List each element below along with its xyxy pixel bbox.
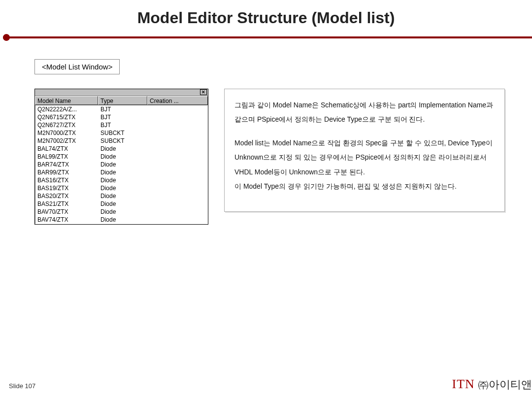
table-row[interactable]: BAS20/ZTXDiode [35,192,207,200]
brand-rest: ㈜아이티앤 [475,378,532,391]
cell-creation [148,208,207,216]
cell-type: Diode [99,145,148,153]
window-label: <Model List Window> [34,59,120,74]
table-row[interactable]: BAS21/ZTXDiode [35,200,207,208]
cell-creation [148,168,207,176]
cell-creation [148,184,207,192]
cell-type: Diode [99,184,148,192]
table-row[interactable]: BAR99/ZTXDiode [35,168,207,176]
description-box: 그림과 같이 Model Name은 Schematic상에 사용하는 part… [224,89,505,212]
cell-type: Diode [99,208,148,216]
cell-type: Diode [99,176,148,184]
cell-creation [148,121,207,129]
window-titlebar: ✕ [35,89,208,96]
column-header-type[interactable]: Type [98,96,147,105]
cell-model-name: Q2N6727/ZTX [35,121,99,129]
page-title: Model Editor Structure (Model list) [0,0,532,27]
cell-creation [148,113,207,121]
cell-type: Diode [99,161,148,168]
cell-model-name: Q2N6715/ZTX [35,113,99,121]
table-row[interactable]: Q2N6727/ZTXBJT [35,121,207,129]
table-row[interactable]: BAS16/ZTXDiode [35,176,207,184]
table-row[interactable]: M2N7002/ZTXSUBCKT [35,137,207,145]
cell-model-name: BAR99/ZTX [35,168,99,176]
close-icon[interactable]: ✕ [200,89,207,95]
cell-type: Diode [99,192,148,200]
cell-type: BJT [99,105,148,113]
footer: Slide 107 ITN ㈜아이티앤 [9,377,532,392]
cell-creation [148,137,207,145]
cell-creation [148,216,207,224]
table-row[interactable]: BAL74/ZTXDiode [35,145,207,153]
brand-itn: ITN [452,377,475,391]
brand: ITN ㈜아이티앤 [452,377,532,392]
table-header-row: Model Name Type Creation ... [35,96,208,105]
cell-creation [148,200,207,208]
table-row[interactable]: BAV70/ZTXDiode [35,208,207,216]
title-divider [0,36,532,39]
cell-model-name: BAS21/ZTX [35,200,99,208]
cell-type: Diode [99,200,148,208]
cell-model-name: BAS19/ZTX [35,184,99,192]
cell-creation [148,153,207,161]
cell-creation [148,145,207,153]
description-paragraph-2: Model list는 Model Name으로 작업 환경의 Spec을 구분… [234,136,495,194]
table-row[interactable]: BAL99/ZTXDiode [35,153,207,161]
table-row[interactable]: Q2N2222A/Z...BJT [35,105,207,113]
cell-type: Diode [99,216,148,224]
description-paragraph-1: 그림과 같이 Model Name은 Schematic상에 사용하는 part… [234,98,495,127]
cell-model-name: BAV70/ZTX [35,208,99,216]
model-list-window: ✕ Model Name Type Creation ... Q2N2222A/… [34,89,208,225]
slide-number: Slide 107 [9,382,35,390]
cell-creation [148,192,207,200]
cell-model-name: BAL74/ZTX [35,145,99,153]
table-row[interactable]: BAS19/ZTXDiode [35,184,207,192]
cell-model-name: M2N7002/ZTX [35,137,99,145]
cell-type: BJT [99,121,148,129]
cell-type: Diode [99,168,148,176]
cell-type: SUBCKT [99,129,148,137]
cell-model-name: BAV74/ZTX [35,216,99,224]
cell-type: SUBCKT [99,137,148,145]
cell-creation [148,161,207,168]
cell-model-name: BAS16/ZTX [35,176,99,184]
cell-model-name: BAR74/ZTX [35,161,99,168]
table-row[interactable]: BAV74/ZTXDiode [35,216,207,224]
cell-model-name: BAL99/ZTX [35,153,99,161]
cell-model-name: Q2N2222A/Z... [35,105,99,113]
table-row[interactable]: BAR74/ZTXDiode [35,161,207,168]
column-header-model-name[interactable]: Model Name [35,96,98,105]
cell-creation [148,176,207,184]
table-body: Q2N2222A/Z...BJTQ2N6715/ZTXBJTQ2N6727/ZT… [35,105,208,224]
cell-type: Diode [99,153,148,161]
column-header-creation[interactable]: Creation ... [147,96,208,105]
table-row[interactable]: Q2N6715/ZTXBJT [35,113,207,121]
cell-model-name: BAS20/ZTX [35,192,99,200]
table-row[interactable]: M2N7000/ZTXSUBCKT [35,129,207,137]
cell-creation [148,105,207,113]
cell-creation [148,129,207,137]
cell-type: BJT [99,113,148,121]
cell-model-name: M2N7000/ZTX [35,129,99,137]
divider-bar [3,36,532,38]
